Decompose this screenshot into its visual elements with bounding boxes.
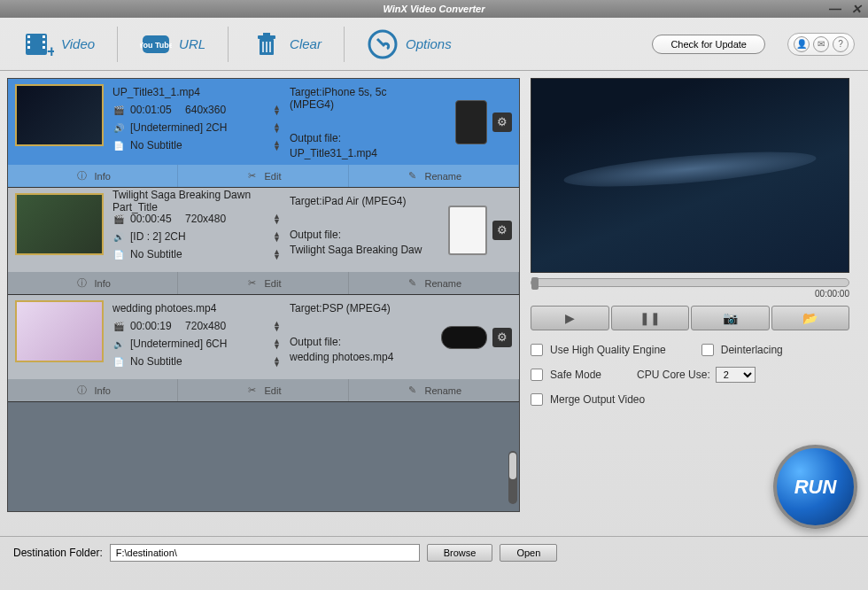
- merge-output-checkbox[interactable]: Merge Output Video: [531, 393, 645, 406]
- info-icon: ⓘ: [74, 384, 89, 398]
- svg-rect-6: [43, 46, 45, 49]
- scissors-icon: ✂: [245, 169, 260, 183]
- clear-button[interactable]: Clear: [242, 24, 330, 65]
- rename-button[interactable]: ✎Rename: [349, 272, 519, 294]
- svg-rect-2: [27, 41, 30, 43]
- stepper[interactable]: ▲▼: [273, 338, 281, 349]
- scissors-icon: ✂: [245, 384, 260, 398]
- rename-button[interactable]: ✎Rename: [349, 379, 519, 401]
- info-button[interactable]: ⓘInfo: [8, 379, 178, 401]
- trash-icon: [251, 28, 283, 60]
- app-title: WinX Video Converter: [383, 4, 484, 14]
- queue-item[interactable]: UP_Title31_1.mp4 🎬00:01:05 640x360▲▼ 🔊[U…: [8, 79, 519, 188]
- edit-button[interactable]: ✂Edit: [178, 165, 348, 187]
- stepper[interactable]: ▲▼: [273, 249, 281, 260]
- svg-text:You Tube: You Tube: [140, 41, 172, 50]
- scissors-icon: ✂: [245, 276, 260, 291]
- toolbar: + Video You Tube URL Clear Options Check…: [0, 18, 868, 71]
- filename: wedding photoes.mp4: [112, 302, 216, 314]
- timeline[interactable]: [531, 278, 849, 287]
- stepper[interactable]: ▲▼: [273, 122, 281, 133]
- deinterlacing-checkbox[interactable]: Deinterlacing: [701, 344, 783, 356]
- target-label: Target:PSP (MPEG4): [290, 302, 422, 314]
- pause-button[interactable]: ❚❚: [611, 306, 690, 330]
- safe-mode-checkbox[interactable]: Safe Mode: [531, 369, 601, 381]
- separator: [117, 27, 118, 62]
- scrollbar[interactable]: [508, 451, 517, 504]
- stepper[interactable]: ▲▼: [273, 140, 281, 151]
- conversion-queue: UP_Title31_1.mp4 🎬00:01:05 640x360▲▼ 🔊[U…: [7, 78, 520, 512]
- stepper[interactable]: ▲▼: [273, 356, 281, 367]
- rename-icon: ✎: [406, 276, 420, 291]
- run-button[interactable]: RUN: [773, 445, 857, 529]
- ipad-icon: [448, 206, 487, 255]
- info-button[interactable]: ⓘInfo: [8, 272, 178, 294]
- stepper[interactable]: ▲▼: [273, 231, 281, 242]
- output-label: Output file:: [290, 132, 422, 144]
- psp-icon: [441, 326, 487, 349]
- film-plus-icon: +: [22, 28, 54, 60]
- audio-icon: 🔊: [112, 123, 125, 133]
- check-update-button[interactable]: Check for Update: [652, 35, 765, 54]
- add-video-button[interactable]: + Video: [13, 24, 104, 65]
- snapshot-button[interactable]: 📷: [691, 306, 770, 330]
- queue-item[interactable]: wedding photoes.mp4 🎬00:00:19 720x480▲▼ …: [8, 295, 519, 402]
- queue-item[interactable]: Twilight Saga Breaking Dawn Part_Title 🎬…: [8, 188, 519, 295]
- timeline-handle[interactable]: [531, 277, 539, 290]
- open-folder-button[interactable]: 📂: [771, 306, 850, 330]
- destination-label: Destination Folder:: [13, 547, 103, 559]
- video-icon: 🎬: [112, 214, 125, 224]
- help-icon[interactable]: ?: [833, 36, 849, 52]
- hq-engine-checkbox[interactable]: Use High Quality Engine: [531, 344, 666, 356]
- preview-area: [531, 78, 849, 273]
- mail-icon[interactable]: ✉: [813, 36, 829, 52]
- options-button[interactable]: Options: [358, 24, 461, 65]
- subtitle-icon: 📄: [112, 141, 125, 151]
- svg-rect-5: [43, 41, 45, 43]
- filename: UP_Title31_1.mp4: [112, 86, 200, 98]
- rename-icon: ✎: [406, 169, 420, 183]
- stepper[interactable]: ▲▼: [273, 213, 281, 224]
- edit-button[interactable]: ✂Edit: [178, 272, 348, 294]
- bottom-bar: Destination Folder: Browse Open: [0, 536, 868, 569]
- output-label: Output file:: [290, 229, 422, 241]
- edit-button[interactable]: ✂Edit: [178, 379, 348, 401]
- destination-input[interactable]: [110, 544, 420, 562]
- minimize-button[interactable]: —: [828, 3, 842, 15]
- svg-rect-11: [258, 35, 275, 39]
- close-button[interactable]: ✕: [849, 3, 864, 15]
- audio-icon: 🔊: [112, 339, 125, 349]
- stepper[interactable]: ▲▼: [273, 105, 281, 115]
- open-button[interactable]: Open: [500, 544, 557, 562]
- titlebar: WinX Video Converter — ✕: [0, 0, 868, 18]
- settings-icon[interactable]: ⚙: [492, 221, 512, 240]
- output-file: wedding photoes.mp4: [290, 351, 422, 363]
- thumbnail: [15, 193, 104, 255]
- cpu-core-select[interactable]: 2: [716, 367, 756, 383]
- iphone-icon: [455, 100, 487, 144]
- add-url-button[interactable]: You Tube URL: [131, 24, 214, 65]
- scrollbar-thumb[interactable]: [509, 453, 516, 479]
- browse-button[interactable]: Browse: [427, 544, 493, 562]
- separator: [344, 27, 345, 62]
- svg-rect-3: [27, 46, 30, 49]
- settings-icon[interactable]: ⚙: [492, 328, 512, 347]
- play-button[interactable]: ▶: [531, 306, 609, 330]
- info-button[interactable]: ⓘInfo: [8, 165, 178, 187]
- svg-rect-1: [27, 35, 30, 38]
- toolbar-video-label: Video: [61, 36, 95, 51]
- video-icon: 🎬: [112, 322, 125, 331]
- stepper[interactable]: ▲▼: [273, 321, 281, 331]
- thumbnail: [15, 84, 104, 146]
- output-label: Output file:: [290, 336, 422, 348]
- rename-button[interactable]: ✎Rename: [349, 165, 519, 187]
- subtitle-icon: 📄: [112, 357, 125, 367]
- separator: [228, 27, 229, 62]
- output-file: UP_Title31_1.mp4: [290, 147, 422, 159]
- svg-rect-4: [43, 35, 45, 38]
- toolbar-url-label: URL: [179, 36, 205, 51]
- account-icon[interactable]: 👤: [794, 36, 810, 52]
- filename: Twilight Saga Breaking Dawn Part_Title: [112, 189, 281, 213]
- settings-icon[interactable]: ⚙: [492, 113, 512, 132]
- video-icon: 🎬: [112, 105, 125, 115]
